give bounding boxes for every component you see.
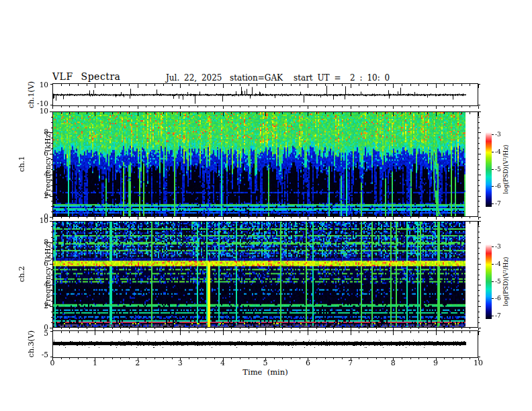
x-tick-mark	[367, 217, 368, 218]
x-tick-mark	[189, 328, 189, 329]
x-tick-mark	[78, 328, 79, 329]
y-tick-mark	[51, 295, 52, 296]
x-tick-mark	[265, 106, 266, 109]
x-tick-mark	[206, 331, 206, 333]
x-tick-mark	[410, 222, 411, 224]
y-tick-mark	[51, 117, 52, 118]
colorbar	[486, 244, 492, 319]
ch1-waveform-canvas	[53, 84, 466, 105]
x-tick-mark	[180, 331, 181, 335]
colorbar-tick-label: -5	[495, 166, 501, 173]
x-tick-mark	[282, 331, 283, 333]
colorbar2-axis-label: log(PSD)(V²/Hz)	[502, 257, 509, 306]
x-tick-mark	[154, 112, 155, 114]
x-tick-mark	[300, 328, 300, 329]
x-tick-mark	[103, 106, 104, 107]
x-tick-mark	[112, 222, 113, 224]
x-tick-mark	[172, 84, 173, 86]
x-tick-mark	[333, 328, 334, 329]
x-tick-mark	[120, 222, 121, 224]
y-tick-mark	[50, 221, 52, 222]
y-tick-label: -10	[24, 100, 48, 107]
x-tick-mark	[180, 112, 181, 116]
x-tick-mark	[418, 328, 419, 329]
x-tick-mark	[402, 112, 402, 114]
y-tick-mark	[478, 275, 480, 275]
y-tick-mark	[51, 185, 52, 186]
x-tick-mark	[351, 328, 351, 330]
x-tick-mark	[214, 106, 215, 107]
x-tick-mark	[240, 106, 240, 107]
y-tick-label: 6	[24, 150, 48, 157]
x-tick-mark	[103, 328, 104, 329]
x-tick-mark	[418, 106, 419, 107]
x-tick-mark	[163, 112, 164, 114]
y-tick-mark	[478, 111, 481, 112]
y-tick-mark	[478, 242, 481, 243]
y-tick-mark	[50, 217, 52, 218]
y-tick-mark	[50, 285, 52, 285]
x-tick-mark	[325, 328, 326, 329]
y-tick-label: 4	[24, 171, 48, 178]
y-tick-mark	[478, 143, 480, 144]
x-tick-mark	[351, 331, 351, 335]
x-tick-mark	[197, 222, 198, 224]
x-tick-mark	[333, 358, 334, 359]
x-tick-mark	[223, 217, 224, 220]
y-tick-mark	[478, 221, 481, 222]
x-tick-mark	[103, 222, 104, 224]
x-tick-mark	[274, 84, 275, 86]
x-tick-mark	[376, 331, 377, 333]
ch2-spectrogram-canvas	[53, 222, 466, 327]
x-tick-label: 9	[426, 359, 446, 367]
x-tick-mark	[249, 84, 249, 86]
x-tick-mark	[274, 328, 275, 329]
x-tick-mark	[154, 358, 155, 359]
x-tick-mark	[52, 217, 53, 220]
x-tick-mark	[427, 84, 428, 86]
x-tick-mark	[300, 222, 300, 224]
x-tick-mark	[223, 84, 224, 88]
x-tick-mark	[351, 84, 351, 88]
x-tick-mark	[393, 331, 394, 335]
ch1-spectrogram-canvas	[53, 112, 466, 216]
x-tick-mark	[427, 106, 428, 107]
y-tick-mark	[51, 206, 52, 207]
x-tick-mark	[87, 217, 87, 218]
x-tick-mark	[154, 84, 155, 86]
x-tick-mark	[359, 328, 359, 329]
x-tick-mark	[206, 328, 206, 329]
x-tick-mark	[376, 328, 377, 329]
x-tick-mark	[265, 222, 266, 226]
x-tick-mark	[427, 222, 428, 224]
x-tick-mark	[129, 217, 130, 218]
x-tick-mark	[359, 331, 359, 333]
x-tick-mark	[172, 331, 173, 333]
x-tick-mark	[61, 222, 62, 224]
y-tick-mark	[50, 111, 52, 112]
x-tick-mark	[291, 358, 292, 359]
x-tick-mark	[120, 112, 121, 114]
x-tick-mark	[418, 112, 419, 114]
x-tick-mark	[180, 84, 181, 88]
x-tick-mark	[410, 106, 411, 107]
x-tick-mark	[282, 112, 283, 114]
x-tick-label: 0	[42, 359, 62, 367]
y-tick-mark	[51, 232, 52, 232]
x-tick-mark	[333, 222, 334, 224]
colorbar1-axis-label: log(PSD)(V²/Hz)	[502, 144, 509, 193]
colorbar-tick-mark	[492, 316, 494, 316]
x-tick-mark	[325, 106, 326, 107]
x-tick-mark	[274, 331, 275, 333]
x-tick-mark	[300, 112, 300, 114]
x-tick-mark	[461, 331, 462, 333]
x-tick-mark	[282, 222, 283, 224]
y-tick-mark	[51, 165, 52, 165]
x-tick-mark	[402, 328, 402, 329]
x-tick-mark	[333, 106, 334, 107]
x-tick-mark	[180, 222, 181, 226]
x-tick-mark	[291, 331, 292, 333]
x-tick-mark	[120, 331, 121, 333]
x-tick-mark	[410, 112, 411, 114]
x-tick-mark	[214, 112, 215, 114]
